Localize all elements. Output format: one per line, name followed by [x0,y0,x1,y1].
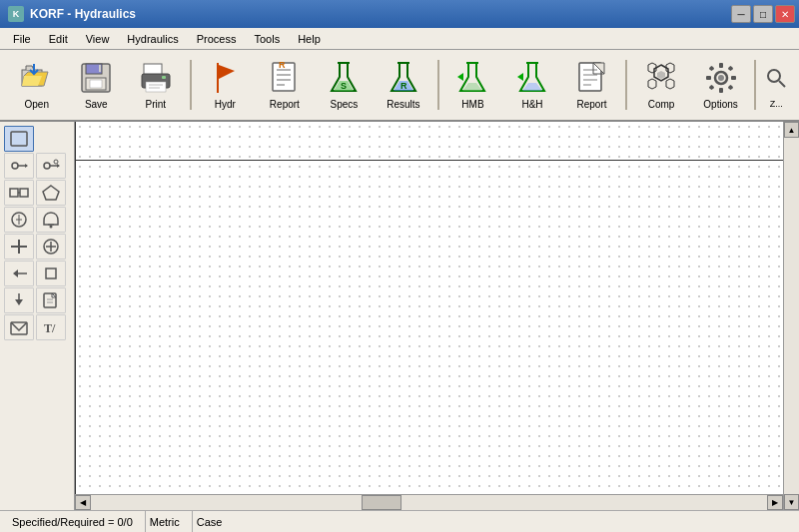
svg-rect-54 [11,132,27,146]
svg-point-61 [54,160,58,164]
arrow-down-button[interactable] [4,287,34,313]
svg-rect-12 [217,63,219,93]
print-label: Print [146,99,167,111]
specs-button[interactable]: S Specs [316,54,374,116]
scroll-up-button[interactable]: ▲ [784,122,799,138]
report-button[interactable]: R Report [256,54,314,116]
title-text: KORF - Hydraulics [30,7,136,21]
report2-icon [574,60,610,96]
circle-cross-button[interactable] [36,234,66,260]
status-case: Case [193,511,235,532]
arrow-right-button[interactable] [4,153,34,179]
save-button[interactable]: Save [68,54,126,116]
svg-marker-40 [648,79,656,89]
specs-label: Specs [331,99,359,111]
svg-rect-63 [20,189,28,197]
status-specified: Specified/Required = 0/0 [8,511,146,532]
comp-icon [643,60,679,96]
comp-label: Comp [648,99,675,111]
scroll-track[interactable] [91,495,767,510]
results-icon: R [386,60,421,96]
canvas-area[interactable] [75,122,783,494]
hh-button[interactable]: H&H [503,54,561,116]
print-icon [138,60,174,96]
svg-marker-27 [517,73,523,81]
svg-marker-37 [657,71,665,79]
menu-edit[interactable]: Edit [40,30,77,48]
report2-button[interactable]: Report [563,54,621,116]
svg-rect-48 [708,65,714,71]
zoom-button[interactable]: Z... [761,54,791,116]
arrow-left-button[interactable] [4,261,34,286]
save-label: Save [85,99,108,111]
open-label: Open [25,99,49,111]
results-button[interactable]: R Results [375,54,432,116]
maximize-button[interactable]: □ [753,5,773,23]
canvas-vertical-line [75,122,76,494]
svg-point-55 [12,163,18,169]
options-label: Options [703,99,737,111]
open-icon [19,60,55,96]
svg-marker-41 [666,79,674,89]
print-button[interactable]: Print [127,54,185,116]
options-button[interactable]: Options [692,54,750,116]
arrow-dual-button[interactable] [36,153,66,179]
svg-text:S: S [341,81,347,91]
rect-small-button[interactable] [36,261,66,286]
scroll-right-button[interactable]: ▶ [767,495,783,510]
menu-view[interactable]: View [77,30,119,48]
connect-button[interactable] [4,180,34,206]
canvas-horizontal-line [75,160,783,161]
hydr-label: Hydr [215,99,236,111]
svg-rect-4 [90,80,102,88]
separator-1 [190,60,192,110]
svg-text:R: R [400,81,407,91]
canvas-dots [75,122,783,494]
menu-process[interactable]: Process [188,30,246,48]
separator-2 [437,60,439,110]
hh-label: H&H [521,99,542,111]
comp-button[interactable]: Comp [632,54,690,116]
document-button[interactable] [36,287,66,313]
hydr-button[interactable]: Hydr [197,54,255,116]
cross-button[interactable] [4,234,34,260]
text-button[interactable]: T/ [36,314,66,340]
menu-tools[interactable]: Tools [245,30,289,48]
horizontal-scrollbar[interactable]: ◀ ▶ [75,494,783,510]
left-toolbar: T/ [0,122,75,510]
scroll-thumb[interactable] [362,495,401,510]
svg-rect-45 [719,88,723,93]
circle-button[interactable] [4,207,34,233]
svg-marker-79 [15,299,23,305]
minimize-button[interactable]: ─ [731,5,751,23]
scroll-down-button[interactable]: ▼ [784,494,799,510]
close-button[interactable]: ✕ [775,5,795,23]
title-bar: K KORF - Hydraulics ─ □ ✕ [0,0,799,28]
hmb-button[interactable]: HMB [444,54,502,116]
hmb-icon [454,60,490,96]
svg-marker-60 [57,164,60,168]
menu-file[interactable]: File [4,30,40,48]
results-label: Results [387,99,419,111]
toolbar: Open Save Print [0,50,799,122]
svg-rect-5 [99,65,101,72]
svg-point-70 [50,226,53,229]
open-button[interactable]: Open [8,54,66,116]
hmb-label: HMB [461,99,483,111]
envelope-button[interactable] [4,314,34,340]
bell-button[interactable] [36,207,66,233]
menu-bar: File Edit View Hydraulics Process Tools … [0,28,799,50]
polygon-button[interactable] [36,180,66,206]
svg-marker-76 [13,269,18,277]
select-tool-button[interactable] [4,126,34,152]
scroll-left-button[interactable]: ◀ [75,495,91,510]
menu-hydraulics[interactable]: Hydraulics [118,30,187,48]
specs-icon: S [326,60,362,96]
vertical-scrollbar[interactable]: ▲ ▼ [783,122,799,510]
scroll-vertical-track[interactable] [784,138,799,494]
status-bar: Specified/Required = 0/0 Metric Case [0,510,799,532]
svg-rect-44 [719,63,723,68]
menu-help[interactable]: Help [289,30,330,48]
svg-rect-8 [146,82,166,92]
svg-rect-78 [46,268,56,278]
